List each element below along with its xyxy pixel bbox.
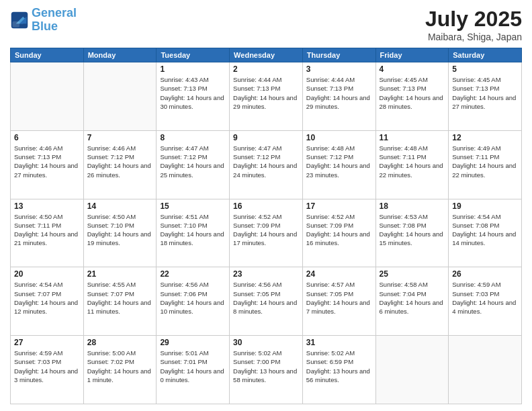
daylight-text: Daylight: 13 hours and 56 minutes.	[306, 367, 372, 385]
table-row: 15 Sunrise: 4:51 AM Sunset: 7:10 PM Dayl…	[157, 199, 230, 267]
daylight-text: Daylight: 14 hours and 15 minutes.	[380, 230, 445, 248]
sunrise-text: Sunrise: 4:47 AM	[160, 144, 226, 152]
day-number: 10	[306, 133, 372, 142]
day-number: 14	[87, 201, 153, 211]
table-row	[449, 336, 522, 404]
table-row: 19 Sunrise: 4:54 AM Sunset: 7:08 PM Dayl…	[449, 199, 522, 267]
day-number: 21	[87, 269, 153, 279]
table-row: 1 Sunrise: 4:43 AM Sunset: 7:13 PM Dayli…	[157, 62, 230, 131]
sunrise-text: Sunrise: 4:51 AM	[160, 212, 226, 221]
day-number: 12	[452, 133, 518, 142]
day-info: Sunrise: 4:47 AM Sunset: 7:12 PM Dayligh…	[160, 144, 226, 179]
daylight-text: Daylight: 14 hours and 11 minutes.	[87, 298, 153, 316]
month-title: July 2025	[425, 7, 522, 32]
day-number: 9	[233, 133, 299, 142]
table-row: 3 Sunrise: 4:44 AM Sunset: 7:13 PM Dayli…	[302, 62, 375, 131]
daylight-text: Daylight: 14 hours and 18 minutes.	[160, 230, 226, 248]
table-row: 13 Sunrise: 4:50 AM Sunset: 7:11 PM Dayl…	[11, 199, 84, 267]
sunset-text: Sunset: 7:13 PM	[380, 84, 445, 93]
sunset-text: Sunset: 7:07 PM	[87, 289, 153, 298]
sunrise-text: Sunrise: 4:48 AM	[306, 144, 372, 152]
header-friday: Friday	[375, 48, 449, 62]
sunset-text: Sunset: 7:07 PM	[14, 289, 80, 298]
title-block: July 2025 Maibara, Shiga, Japan	[425, 7, 522, 42]
sunrise-text: Sunrise: 4:43 AM	[160, 75, 226, 84]
sunrise-text: Sunrise: 4:44 AM	[306, 75, 372, 84]
daylight-text: Daylight: 14 hours and 17 minutes.	[233, 230, 299, 248]
day-number: 11	[380, 133, 445, 142]
daylight-text: Daylight: 14 hours and 7 minutes.	[306, 298, 372, 316]
day-number: 2	[233, 64, 299, 74]
sunset-text: Sunset: 7:09 PM	[233, 221, 299, 230]
day-info: Sunrise: 4:51 AM Sunset: 7:10 PM Dayligh…	[160, 212, 226, 248]
day-number: 5	[452, 64, 518, 74]
sunset-text: Sunset: 7:08 PM	[452, 221, 518, 230]
sunrise-text: Sunrise: 4:59 AM	[452, 280, 518, 289]
table-row	[83, 62, 157, 131]
sunset-text: Sunset: 7:09 PM	[306, 221, 372, 230]
sunset-text: Sunset: 7:06 PM	[160, 289, 226, 298]
day-number: 3	[306, 64, 372, 74]
sunset-text: Sunset: 7:12 PM	[233, 152, 299, 161]
daylight-text: Daylight: 14 hours and 22 minutes.	[380, 161, 445, 179]
day-number: 23	[233, 269, 299, 279]
daylight-text: Daylight: 14 hours and 16 minutes.	[306, 230, 372, 248]
day-info: Sunrise: 4:44 AM Sunset: 7:13 PM Dayligh…	[233, 75, 299, 111]
daylight-text: Daylight: 14 hours and 14 minutes.	[452, 230, 518, 248]
sunset-text: Sunset: 7:13 PM	[306, 84, 372, 93]
daylight-text: Daylight: 14 hours and 4 minutes.	[452, 298, 518, 316]
sunrise-text: Sunrise: 5:01 AM	[160, 349, 226, 357]
day-number: 6	[14, 133, 80, 142]
day-number: 24	[306, 269, 372, 279]
weekday-header-row: Sunday Monday Tuesday Wednesday Thursday…	[11, 48, 522, 62]
sunrise-text: Sunrise: 4:52 AM	[306, 212, 372, 221]
day-number: 31	[306, 338, 372, 347]
sunrise-text: Sunrise: 5:00 AM	[87, 349, 153, 357]
calendar-table: Sunday Monday Tuesday Wednesday Thursday…	[10, 48, 522, 404]
sunset-text: Sunset: 7:11 PM	[452, 152, 518, 161]
sunrise-text: Sunrise: 4:45 AM	[452, 75, 518, 84]
day-info: Sunrise: 4:44 AM Sunset: 7:13 PM Dayligh…	[306, 75, 372, 111]
table-row: 5 Sunrise: 4:45 AM Sunset: 7:13 PM Dayli…	[449, 62, 522, 131]
daylight-text: Daylight: 14 hours and 23 minutes.	[306, 161, 372, 179]
day-number: 19	[452, 201, 518, 211]
logo-text: General Blue	[32, 7, 77, 34]
day-info: Sunrise: 5:01 AM Sunset: 7:01 PM Dayligh…	[160, 349, 226, 384]
day-info: Sunrise: 4:50 AM Sunset: 7:11 PM Dayligh…	[14, 212, 80, 248]
daylight-text: Daylight: 14 hours and 30 minutes.	[160, 93, 226, 111]
sunrise-text: Sunrise: 4:49 AM	[452, 144, 518, 152]
daylight-text: Daylight: 14 hours and 22 minutes.	[452, 161, 518, 179]
sunset-text: Sunset: 7:12 PM	[306, 152, 372, 161]
table-row: 27 Sunrise: 4:59 AM Sunset: 7:03 PM Dayl…	[11, 336, 84, 404]
table-row: 30 Sunrise: 5:02 AM Sunset: 7:00 PM Dayl…	[230, 336, 303, 404]
sunset-text: Sunset: 7:00 PM	[233, 357, 299, 366]
sunset-text: Sunset: 7:04 PM	[380, 289, 445, 298]
sunrise-text: Sunrise: 4:54 AM	[14, 280, 80, 289]
sunrise-text: Sunrise: 4:46 AM	[87, 144, 153, 152]
daylight-text: Daylight: 14 hours and 1 minute.	[87, 367, 153, 385]
day-number: 8	[160, 133, 226, 142]
sunrise-text: Sunrise: 4:50 AM	[87, 212, 153, 221]
table-row: 18 Sunrise: 4:53 AM Sunset: 7:08 PM Dayl…	[375, 199, 449, 267]
sunrise-text: Sunrise: 4:56 AM	[160, 280, 226, 289]
daylight-text: Daylight: 14 hours and 0 minutes.	[160, 367, 226, 385]
day-info: Sunrise: 5:00 AM Sunset: 7:02 PM Dayligh…	[87, 349, 153, 384]
location-title: Maibara, Shiga, Japan	[425, 32, 522, 42]
day-info: Sunrise: 4:45 AM Sunset: 7:13 PM Dayligh…	[452, 75, 518, 111]
daylight-text: Daylight: 14 hours and 24 minutes.	[233, 161, 299, 179]
day-number: 25	[380, 269, 445, 279]
sunset-text: Sunset: 7:03 PM	[452, 289, 518, 298]
sunset-text: Sunset: 7:05 PM	[306, 289, 372, 298]
day-info: Sunrise: 4:55 AM Sunset: 7:07 PM Dayligh…	[87, 280, 153, 316]
logo-blue: Blue	[32, 19, 58, 33]
table-row: 16 Sunrise: 4:52 AM Sunset: 7:09 PM Dayl…	[230, 199, 303, 267]
day-number: 18	[380, 201, 445, 211]
table-row: 20 Sunrise: 4:54 AM Sunset: 7:07 PM Dayl…	[11, 267, 84, 336]
sunrise-text: Sunrise: 4:55 AM	[87, 280, 153, 289]
table-row: 26 Sunrise: 4:59 AM Sunset: 7:03 PM Dayl…	[449, 267, 522, 336]
day-number: 22	[160, 269, 226, 279]
table-row: 21 Sunrise: 4:55 AM Sunset: 7:07 PM Dayl…	[83, 267, 157, 336]
header: General Blue July 2025 Maibara, Shiga, J…	[10, 7, 522, 42]
table-row: 8 Sunrise: 4:47 AM Sunset: 7:12 PM Dayli…	[157, 130, 230, 199]
table-row: 14 Sunrise: 4:50 AM Sunset: 7:10 PM Dayl…	[83, 199, 157, 267]
